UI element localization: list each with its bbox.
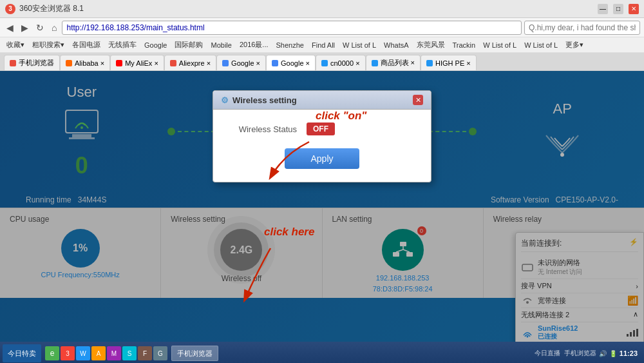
wireless-status-row: Wireless Status OFF [232, 123, 412, 135]
bookmark-2016[interactable]: 2016最... [237, 39, 271, 50]
browser-logo: 3 [5, 4, 15, 14]
tab-highpe[interactable]: HIGH PE × [421, 55, 477, 70]
taskbar-items: 手机浏览器 [171, 346, 529, 361]
taskbar-tray: 今日直播 手机浏览器 🔊 🔋 11:23 [531, 349, 641, 358]
bookmark-power[interactable]: 各国电源 [70, 39, 103, 50]
tab-mobile[interactable]: 手机浏览器 [4, 55, 60, 70]
wireless-setting-modal: ⚙ Wireless setting ✕ Wireless Status OFF… [213, 90, 431, 182]
apply-button[interactable]: Apply [285, 148, 359, 169]
tray-network-icon: 🔊 [599, 350, 607, 357]
tab-label-google2: Google × [281, 59, 310, 67]
bookmark-whats[interactable]: WhatsA [381, 41, 412, 50]
bookmark-wireless[interactable]: 无线插车 [106, 39, 139, 50]
address-bar[interactable] [62, 21, 522, 35]
bookmark-list1[interactable]: W List of L [340, 41, 379, 50]
tab-cn0000[interactable]: cn0000 × [316, 55, 366, 70]
tray-text: 今日直播 手机浏览器 [535, 349, 596, 358]
close-button[interactable]: ✕ [629, 4, 639, 14]
tray-volume-icon: 🔋 [609, 350, 617, 357]
tab-label-google1: Google × [231, 59, 260, 67]
taskbar-active-item[interactable]: 手机浏览器 [171, 346, 218, 361]
bookmark-job[interactable]: 粗职搜索▾ [30, 39, 67, 50]
tab-favicon-cn0000 [321, 60, 328, 66]
tab-label-aliex: My AliEx × [125, 59, 158, 67]
tab-favicon-mobile [10, 60, 16, 66]
tab-favicon-goods [372, 60, 378, 66]
taskbar-icon-360[interactable]: 3 [61, 346, 75, 360]
bookmark-favorites[interactable]: 收藏▾ [4, 39, 27, 50]
browser-chrome: 3 360安全浏览器 8.1 — □ ✕ ◀ ▶ ↻ ⌂ 收藏▾ 粗职搜索▾ 各… [0, 0, 644, 71]
tab-label-mobile: 手机浏览器 [19, 58, 54, 68]
nav-bar: ◀ ▶ ↻ ⌂ [0, 18, 644, 37]
bookmark-more[interactable]: 更多▾ [563, 39, 586, 50]
modal-body: Wireless Status OFF Apply [213, 110, 431, 182]
maximize-button[interactable]: □ [613, 4, 623, 14]
modal-header: ⚙ Wireless setting ✕ [213, 91, 431, 110]
bookmark-google[interactable]: Google [142, 41, 169, 50]
tabs-bar: 手机浏览器 Alibaba × My AliEx × Aliexpre × Go… [0, 53, 644, 71]
tab-favicon-highpe [426, 60, 433, 66]
main-content: User 0 [0, 71, 644, 342]
tab-favicon-alibaba [66, 60, 72, 66]
tab-aliex[interactable]: My AliEx × [110, 55, 164, 70]
wireless-toggle-button[interactable]: OFF [307, 123, 335, 135]
annotation-click-here: click here [264, 226, 314, 239]
bookmark-intl[interactable]: 国际邮购 [172, 39, 205, 50]
taskbar-icon-ie[interactable]: e [45, 346, 59, 360]
tab-label-cn0000: cn0000 × [330, 59, 360, 67]
taskbar-icon-app6[interactable]: G [153, 346, 167, 360]
minimize-button[interactable]: — [598, 4, 608, 14]
search-bar[interactable] [524, 21, 640, 35]
tab-label-aliexpress: Aliexpre × [179, 59, 211, 67]
title-bar: 3 360安全浏览器 8.1 — □ ✕ [0, 0, 644, 18]
start-button[interactable]: 今日特卖 [3, 344, 41, 362]
bookmark-list2[interactable]: W List of L [480, 41, 519, 50]
bookmark-track[interactable]: Trackin [450, 41, 478, 50]
tab-aliexpress[interactable]: Aliexpre × [164, 55, 216, 70]
bookmarks-bar: 收藏▾ 粗职搜索▾ 各国电源 无线插车 Google 国际邮购 Mobile 2… [0, 37, 644, 53]
tab-label-highpe: HIGH PE × [435, 59, 471, 67]
tab-goods[interactable]: 商品列表 × [366, 55, 421, 70]
tab-alibaba[interactable]: Alibaba × [60, 55, 110, 70]
taskbar-clock: 11:23 [620, 349, 638, 357]
taskbar-active-label: 手机浏览器 [177, 349, 213, 358]
forward-button[interactable]: ▶ [19, 21, 31, 34]
tab-favicon-google1 [222, 60, 229, 66]
taskbar-icon-app2[interactable]: A [91, 346, 106, 360]
router-page: User 0 [0, 71, 644, 342]
wireless-status-label: Wireless Status [232, 124, 297, 134]
arrow-to-wireless [232, 245, 283, 309]
bookmark-findall[interactable]: Find All [309, 41, 337, 50]
bookmark-shenzhen[interactable]: Shenzhe [274, 41, 307, 50]
refresh-button[interactable]: ↻ [33, 21, 46, 34]
tab-favicon-aliex [116, 60, 122, 66]
tab-google2[interactable]: Google × [266, 55, 316, 70]
home-button[interactable]: ⌂ [49, 21, 59, 34]
bookmark-list3[interactable]: W List of L [522, 41, 560, 50]
bookmark-dg[interactable]: 东莞风景 [414, 39, 448, 50]
taskbar-icon-app4[interactable]: S [122, 346, 137, 360]
settings-icon: ⚙ [221, 95, 229, 105]
taskbar-icon-app3[interactable]: M [107, 346, 121, 360]
quick-launch: e 3 W A M S F G [45, 346, 167, 360]
tab-favicon-aliexpress [170, 60, 176, 66]
modal-overlay: ⚙ Wireless setting ✕ Wireless Status OFF… [0, 71, 644, 342]
window-controls: — □ ✕ [598, 4, 639, 14]
taskbar-icon-app5[interactable]: F [138, 346, 152, 360]
back-button[interactable]: ◀ [4, 21, 16, 34]
browser-title: 360安全浏览器 8.1 [19, 3, 84, 14]
modal-title-text: Wireless setting [232, 95, 297, 105]
tab-label-alibaba: Alibaba × [75, 59, 104, 67]
tab-label-goods: 商品列表 × [381, 58, 415, 68]
bookmark-mobile[interactable]: Mobile [208, 41, 234, 50]
tab-google1[interactable]: Google × [216, 55, 266, 70]
tab-favicon-google2 [272, 60, 278, 66]
modal-title: ⚙ Wireless setting [221, 95, 297, 105]
start-label: 今日特卖 [8, 349, 36, 357]
taskbar-icon-app1[interactable]: W [76, 346, 90, 360]
modal-close-button[interactable]: ✕ [413, 95, 423, 105]
taskbar: 今日特卖 e 3 W A M S F G 手机浏览器 [0, 342, 644, 363]
address-input[interactable] [66, 23, 517, 32]
title-bar-left: 3 360安全浏览器 8.1 [5, 3, 84, 14]
